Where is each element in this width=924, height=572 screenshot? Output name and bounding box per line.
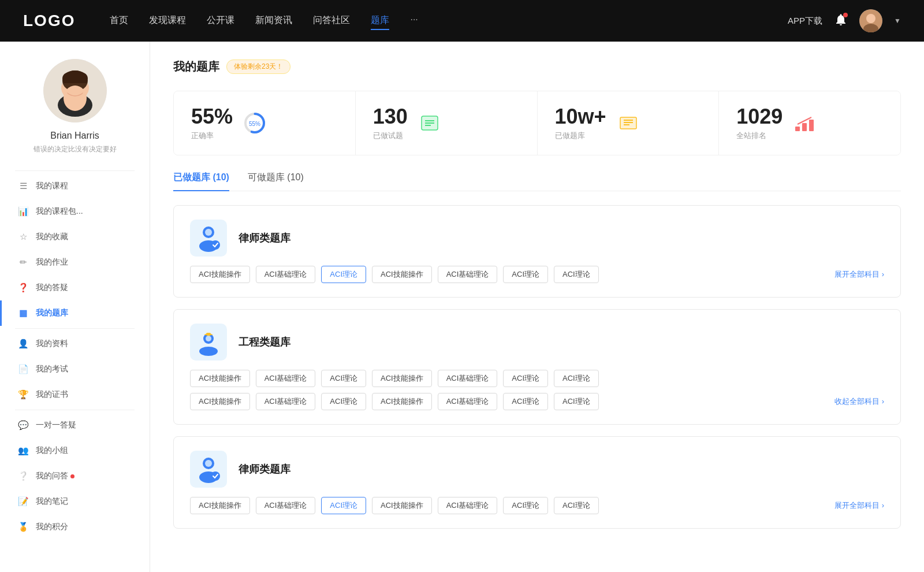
nav-bank[interactable]: 题库 xyxy=(371,12,389,30)
tag-l2-5[interactable]: ACI基础理论 xyxy=(438,497,498,514)
tag-l2-2[interactable]: ACI基础理论 xyxy=(256,497,316,514)
stats-row: 55% 正确率 55% 130 已做试题 xyxy=(173,91,901,155)
grid-icon: ▦ xyxy=(17,307,29,319)
svg-rect-22 xyxy=(802,123,807,131)
sidebar-item-profile[interactable]: 👤 我的资料 xyxy=(0,331,150,356)
tabs: 已做题库 (10) 可做题库 (10) xyxy=(173,172,901,191)
notification-bell[interactable] xyxy=(834,13,848,29)
svg-point-29 xyxy=(199,347,218,356)
nav-more[interactable]: ··· xyxy=(410,12,418,30)
main-content: 我的题库 体验剩余23天！ 55% 正确率 55% xyxy=(150,42,924,572)
tag-1-6[interactable]: ACI理论 xyxy=(503,266,548,283)
svg-rect-21 xyxy=(795,127,800,131)
sidebar: Brian Harris 错误的决定比没有决定要好 ☰ 我的课程 📊 我的课程包… xyxy=(0,42,150,572)
tag-e1-2[interactable]: ACI基础理论 xyxy=(256,370,316,387)
sidebar-label-notes: 我的笔记 xyxy=(36,496,68,507)
expand-btn-l2[interactable]: 展开全部科目 › xyxy=(834,500,884,511)
tag-e1-4[interactable]: ACI技能操作 xyxy=(372,370,432,387)
sidebar-item-group[interactable]: 👥 我的小组 xyxy=(0,438,150,463)
nav-discover[interactable]: 发现课程 xyxy=(149,12,186,30)
tag-e1-5[interactable]: ACI基础理论 xyxy=(438,370,498,387)
nav-home[interactable]: 首页 xyxy=(110,12,128,30)
stat-banks-number: 10w+ xyxy=(555,105,606,128)
tag-1-4[interactable]: ACI技能操作 xyxy=(372,266,432,283)
rank-icon xyxy=(792,110,817,136)
sidebar-label-collect: 我的收藏 xyxy=(36,232,68,242)
collapse-btn-engineer[interactable]: 收起全部科目 › xyxy=(834,396,884,407)
tag-l2-7[interactable]: ACI理论 xyxy=(554,497,599,514)
sidebar-label-answer: 我的答疑 xyxy=(36,283,68,293)
nav-news[interactable]: 新闻资讯 xyxy=(255,12,292,30)
nav-right: APP下载 ▼ xyxy=(788,9,901,32)
engineer-svg xyxy=(195,328,222,356)
app-download-link[interactable]: APP下载 xyxy=(788,16,822,27)
sidebar-label-homework: 我的作业 xyxy=(36,257,68,268)
tag-e2-1[interactable]: ACI技能操作 xyxy=(190,393,250,410)
tag-e1-6[interactable]: ACI理论 xyxy=(503,370,548,387)
bank-tags-row-eng-2: ACI技能操作 ACI基础理论 ACI理论 ACI技能操作 ACI基础理论 AC… xyxy=(190,393,884,410)
qa-icon: ❔ xyxy=(17,470,29,482)
sidebar-item-collect[interactable]: ☆ 我的收藏 xyxy=(0,224,150,250)
sidebar-item-points[interactable]: 🏅 我的积分 xyxy=(0,514,150,540)
avatar-chevron[interactable]: ▼ xyxy=(894,17,901,25)
tag-1-2[interactable]: ACI基础理论 xyxy=(256,266,316,283)
sidebar-item-homework[interactable]: ✏ 我的作业 xyxy=(0,250,150,275)
tag-l2-6[interactable]: ACI理论 xyxy=(503,497,548,514)
doc-icon: 📄 xyxy=(17,363,29,375)
sidebar-item-course[interactable]: ☰ 我的课程 xyxy=(0,173,150,199)
done-banks-icon xyxy=(616,110,641,136)
tag-e2-7[interactable]: ACI理论 xyxy=(554,393,599,410)
tag-e1-3[interactable]: ACI理论 xyxy=(321,370,366,387)
tag-l2-3[interactable]: ACI理论 xyxy=(321,497,366,514)
star-icon: ☆ xyxy=(17,231,29,243)
coin-icon: 🏅 xyxy=(17,521,29,533)
tag-e1-1[interactable]: ACI技能操作 xyxy=(190,370,250,387)
tag-e1-7[interactable]: ACI理论 xyxy=(554,370,599,387)
stat-banks-label: 已做题库 xyxy=(555,131,606,141)
tab-available-banks[interactable]: 可做题库 (10) xyxy=(248,172,304,191)
tag-1-3[interactable]: ACI理论 xyxy=(321,266,366,283)
profile-motto: 错误的决定比没有决定要好 xyxy=(22,144,128,154)
bar-icon: 📊 xyxy=(17,206,29,217)
tag-1-5[interactable]: ACI基础理论 xyxy=(438,266,498,283)
tag-e2-4[interactable]: ACI技能操作 xyxy=(372,393,432,410)
sidebar-item-cert[interactable]: 🏆 我的证书 xyxy=(0,382,150,407)
user-icon: 👤 xyxy=(17,338,29,350)
sidebar-item-one-to-one[interactable]: 💬 一对一答疑 xyxy=(0,413,150,438)
sidebar-item-bank[interactable]: ▦ 我的题库 xyxy=(0,300,150,326)
svg-point-28 xyxy=(211,240,220,250)
sidebar-item-my-qa[interactable]: ❔ 我的问答 xyxy=(0,463,150,489)
tag-e2-6[interactable]: ACI理论 xyxy=(503,393,548,410)
tag-e2-3[interactable]: ACI理论 xyxy=(321,393,366,410)
expand-btn-1[interactable]: 展开全部科目 › xyxy=(834,269,884,280)
sidebar-item-exam[interactable]: 📄 我的考试 xyxy=(0,356,150,382)
nav-open-course[interactable]: 公开课 xyxy=(207,12,234,30)
user-avatar[interactable] xyxy=(859,9,882,32)
sidebar-item-answer[interactable]: ❓ 我的答疑 xyxy=(0,275,150,300)
bank-name-engineer: 工程类题库 xyxy=(239,335,290,349)
logo[interactable]: LOGO xyxy=(23,12,75,30)
note-icon: 📝 xyxy=(17,496,29,507)
tab-done-banks[interactable]: 已做题库 (10) xyxy=(173,172,229,191)
profile-avatar-img xyxy=(43,59,107,122)
bank-card-lawyer-1: 律师类题库 ACI技能操作 ACI基础理论 ACI理论 ACI技能操作 ACI基… xyxy=(173,205,901,298)
svg-point-35 xyxy=(205,460,212,467)
tag-e2-2[interactable]: ACI基础理论 xyxy=(256,393,316,410)
sidebar-item-package[interactable]: 📊 我的课程包... xyxy=(0,199,150,224)
nav-qa[interactable]: 问答社区 xyxy=(313,12,350,30)
svg-text:55%: 55% xyxy=(249,121,260,127)
tag-1-7[interactable]: ACI理论 xyxy=(554,266,599,283)
tag-1-1[interactable]: ACI技能操作 xyxy=(190,266,250,283)
stat-done-label: 已做试题 xyxy=(373,131,408,141)
sidebar-label-package: 我的课程包... xyxy=(36,206,83,217)
sidebar-label-profile: 我的资料 xyxy=(36,339,68,349)
tag-e2-5[interactable]: ACI基础理论 xyxy=(438,393,498,410)
tag-l2-4[interactable]: ACI技能操作 xyxy=(372,497,432,514)
lawyer-icon-1 xyxy=(190,220,227,257)
sidebar-label-points: 我的积分 xyxy=(36,522,68,532)
sidebar-item-notes[interactable]: 📝 我的笔记 xyxy=(0,489,150,514)
divider-1 xyxy=(15,170,135,171)
tag-l2-1[interactable]: ACI技能操作 xyxy=(190,497,250,514)
stat-done-number: 130 xyxy=(373,105,408,128)
stat-rank-label: 全站排名 xyxy=(736,131,783,141)
